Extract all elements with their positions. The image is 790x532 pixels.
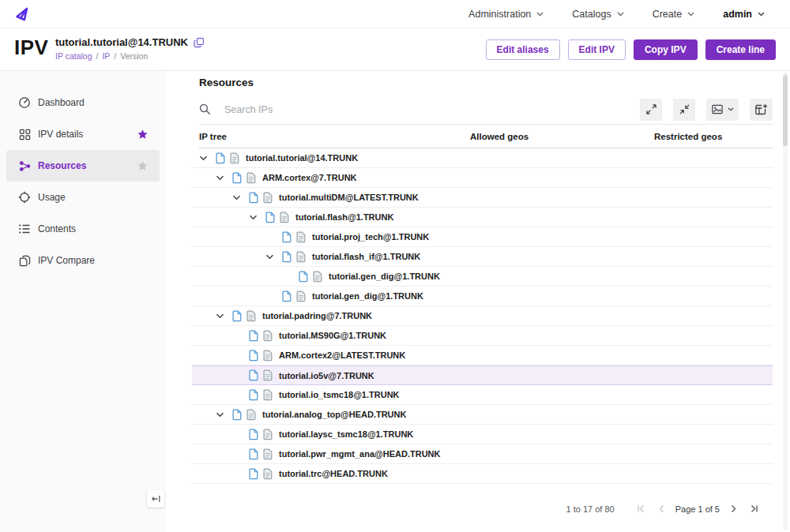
chevron-down-icon[interactable] xyxy=(199,155,208,161)
table-row[interactable]: tutorial.gen_dig@1.TRUNK xyxy=(192,287,773,306)
chevron-down-icon xyxy=(617,12,624,17)
nav-catalogs-label: Catalogs xyxy=(572,9,611,20)
compare-pages-icon xyxy=(18,254,31,267)
column-header-ip-tree[interactable]: IP tree xyxy=(199,132,470,141)
sidebar-item-label: Resources xyxy=(38,160,86,171)
collapse-sidebar-button[interactable] xyxy=(147,490,164,508)
ip-tree-item-label: tutorial.trc@HEAD.TRUNK xyxy=(279,469,388,478)
sidebar-item-label: Dashboard xyxy=(38,97,85,108)
ip-tree-item-label: ARM.cortex2@LATEST.TRUNK xyxy=(279,350,405,360)
nav-create[interactable]: Create xyxy=(653,9,695,20)
image-view-menu-button[interactable] xyxy=(706,99,739,121)
nav-administration[interactable]: Administration xyxy=(468,9,544,20)
table-row[interactable]: tutorial.pwr_mgmt_ana@HEAD.TRUNK xyxy=(192,444,773,464)
favorite-star-icon[interactable] xyxy=(137,129,149,140)
column-header-allowed-geos[interactable]: Allowed geos xyxy=(470,132,654,141)
breadcrumb-ip[interactable]: IP xyxy=(102,51,110,61)
sidebar: Dashboard IPV details Resources Usage xyxy=(0,71,166,532)
ip-document-icon xyxy=(249,369,258,381)
table-row[interactable]: tutorial.padring@7.TRUNK xyxy=(192,306,773,326)
chevron-down-icon xyxy=(536,12,544,17)
favorite-star-muted-icon[interactable] xyxy=(137,160,149,172)
chevron-down-icon[interactable] xyxy=(216,313,224,319)
table-row[interactable]: tutorial.MS90G@1.TRUNK xyxy=(192,326,773,346)
table-row[interactable]: ARM.cortex2@LATEST.TRUNK xyxy=(192,346,773,365)
collapse-all-icon xyxy=(679,103,690,115)
chevron-down-icon[interactable] xyxy=(216,175,224,181)
edit-ipv-button[interactable]: Edit IPV xyxy=(568,39,626,60)
app-logo-icon[interactable] xyxy=(14,6,30,22)
sidebar-item-usage[interactable]: Usage xyxy=(6,182,160,213)
sidebar-item-dashboard[interactable]: Dashboard xyxy=(6,87,160,118)
scrollbar-thumb[interactable] xyxy=(783,75,788,146)
main-content: Resources xyxy=(166,71,790,532)
table-row[interactable]: tutorial.gen_dig@1.TRUNK xyxy=(192,267,773,287)
version-document-icon xyxy=(263,468,273,480)
breadcrumb: IP catalog / IP / Version xyxy=(55,51,205,61)
expand-all-button[interactable] xyxy=(640,99,662,121)
ip-tree-item-label: ARM.cortex@7.TRUNK xyxy=(262,173,357,182)
vertical-scrollbar[interactable] xyxy=(783,73,788,530)
table-row[interactable]: tutorial.tutorial@14.TRUNK xyxy=(192,148,773,168)
sidebar-item-contents[interactable]: Contents xyxy=(6,213,160,245)
ip-tree-table-body: tutorial.tutorial@14.TRUNK ARM.cortex@7.… xyxy=(192,148,773,484)
header-actions: Edit aliases Edit IPV Copy IPV Create li… xyxy=(486,39,776,60)
ip-document-icon xyxy=(265,212,275,223)
ip-version-title: tutorial.tutorial@14.TRUNK xyxy=(55,36,188,48)
table-row[interactable]: tutorial.io_tsmc18@1.TRUNK xyxy=(192,385,773,405)
sidebar-item-resources[interactable]: Resources xyxy=(6,150,160,182)
copy-icon[interactable] xyxy=(194,37,205,48)
next-page-button[interactable] xyxy=(729,503,739,515)
table-row[interactable]: tutorial.flash@1.TRUNK xyxy=(192,208,773,227)
version-document-icon xyxy=(263,330,273,342)
version-document-icon xyxy=(296,251,306,263)
add-table-column-button[interactable] xyxy=(750,99,773,121)
ip-document-icon xyxy=(249,192,258,204)
title-block: tutorial.tutorial@14.TRUNK IP catalog / … xyxy=(55,36,205,61)
chevron-down-icon[interactable] xyxy=(216,412,224,418)
chevron-down-icon[interactable] xyxy=(249,215,258,220)
ip-document-icon xyxy=(282,290,292,302)
table-row[interactable]: tutorial.trc@HEAD.TRUNK xyxy=(192,464,773,484)
column-header-restricted-geos[interactable]: Restricted geos xyxy=(654,132,773,141)
ip-document-icon xyxy=(282,231,292,243)
table-row[interactable]: tutorial.proj_tech@1.TRUNK xyxy=(192,227,773,247)
ip-document-icon xyxy=(299,271,308,283)
sidebar-item-label: Usage xyxy=(38,192,66,203)
table-row[interactable]: tutorial.io5v@7.TRUNK xyxy=(192,365,773,385)
sidebar-item-ipv-compare[interactable]: IPV Compare xyxy=(6,245,160,276)
create-line-button[interactable]: Create line xyxy=(705,39,776,60)
sidebar-item-label: IPV Compare xyxy=(38,255,95,266)
table-row[interactable]: tutorial.flash_if@1.TRUNK xyxy=(192,247,773,267)
search-input[interactable] xyxy=(224,104,461,115)
chevron-down-icon xyxy=(758,12,765,17)
image-icon xyxy=(711,103,724,115)
ip-document-icon xyxy=(249,330,258,342)
first-page-button[interactable] xyxy=(635,503,647,515)
breadcrumb-ip-catalog[interactable]: IP catalog xyxy=(55,51,92,61)
list-icon xyxy=(18,223,31,235)
sidebar-item-label: IPV details xyxy=(38,129,83,140)
edit-aliases-button[interactable]: Edit aliases xyxy=(486,39,560,60)
previous-page-button[interactable] xyxy=(656,503,666,515)
ip-tree-item-label: tutorial.padring@7.TRUNK xyxy=(262,311,372,320)
ip-tree-item-label: tutorial.io5v@7.TRUNK xyxy=(279,371,374,380)
version-document-icon xyxy=(296,231,306,243)
nav-catalogs[interactable]: Catalogs xyxy=(572,9,623,20)
sidebar-item-ipv-details[interactable]: IPV details xyxy=(6,118,160,150)
target-icon xyxy=(18,191,31,204)
copy-ipv-button[interactable]: Copy IPV xyxy=(634,39,698,60)
chevron-down-icon[interactable] xyxy=(232,195,241,200)
last-page-button[interactable] xyxy=(748,503,760,515)
nav-user-menu[interactable]: admin xyxy=(723,9,765,20)
table-row[interactable]: ARM.cortex@7.TRUNK xyxy=(192,168,773,188)
collapse-all-button[interactable] xyxy=(673,99,695,121)
table-row[interactable]: tutorial.analog_top@HEAD.TRUNK xyxy=(192,405,773,425)
ip-tree-item-label: tutorial.flash@1.TRUNK xyxy=(295,212,393,222)
table-row[interactable]: tutorial.laysc_tsmc18@1.TRUNK xyxy=(192,425,773,444)
ip-document-icon xyxy=(216,152,225,164)
ip-document-icon xyxy=(282,251,292,263)
table-row[interactable]: tutorial.multiDM@LATEST.TRUNK xyxy=(192,188,773,208)
ip-document-icon xyxy=(249,468,258,480)
chevron-down-icon[interactable] xyxy=(265,254,274,260)
